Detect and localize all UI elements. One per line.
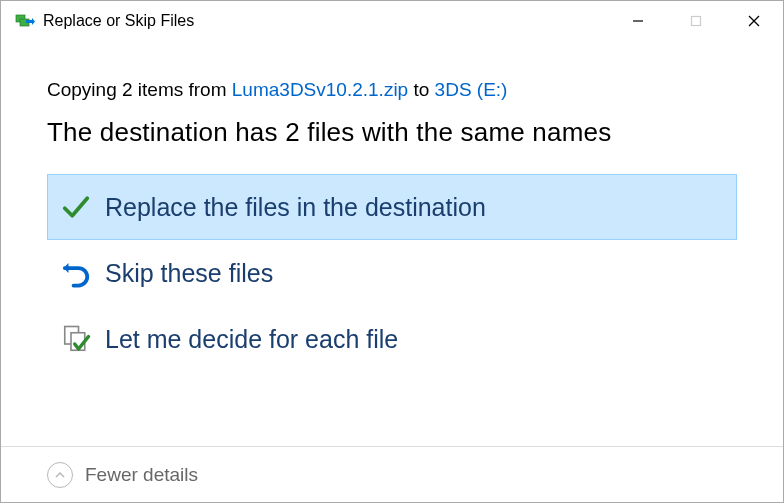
window-controls xyxy=(609,1,783,41)
chevron-up-icon[interactable] xyxy=(47,462,73,488)
app-icon xyxy=(15,11,35,31)
option-skip-label: Skip these files xyxy=(105,259,273,288)
option-decide-label: Let me decide for each file xyxy=(105,325,398,354)
minimize-button[interactable] xyxy=(609,1,667,41)
undo-icon xyxy=(61,258,91,288)
titlebar: Replace or Skip Files xyxy=(1,1,783,41)
options-list: Replace the files in the destination Ski… xyxy=(47,174,737,372)
conflict-headline: The destination has 2 files with the sam… xyxy=(47,117,737,148)
fewer-details-label[interactable]: Fewer details xyxy=(85,464,198,486)
maximize-button xyxy=(667,1,725,41)
option-replace[interactable]: Replace the files in the destination xyxy=(47,174,737,240)
footer: Fewer details xyxy=(1,446,783,502)
option-replace-label: Replace the files in the destination xyxy=(105,193,486,222)
compare-files-icon xyxy=(61,324,91,354)
option-decide[interactable]: Let me decide for each file xyxy=(47,306,737,372)
copying-prefix: Copying 2 items from xyxy=(47,79,232,100)
svg-rect-3 xyxy=(692,17,701,26)
check-icon xyxy=(61,192,91,222)
source-link[interactable]: Luma3DSv10.2.1.zip xyxy=(232,79,408,100)
window-title: Replace or Skip Files xyxy=(43,12,609,30)
dest-link[interactable]: 3DS (E:) xyxy=(435,79,508,100)
close-button[interactable] xyxy=(725,1,783,41)
option-skip[interactable]: Skip these files xyxy=(47,240,737,306)
copying-mid: to xyxy=(408,79,434,100)
content-area: Copying 2 items from Luma3DSv10.2.1.zip … xyxy=(1,41,783,446)
copying-status: Copying 2 items from Luma3DSv10.2.1.zip … xyxy=(47,79,737,101)
